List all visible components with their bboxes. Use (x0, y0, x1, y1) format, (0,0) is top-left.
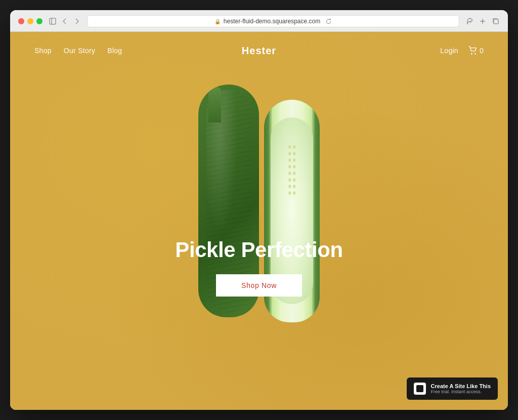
browser-actions (465, 17, 500, 25)
sidebar-toggle-icon[interactable] (49, 17, 57, 25)
browser-window: 🔒 hester-fluid-demo.squarespace.com (10, 10, 508, 410)
svg-point-6 (471, 53, 472, 55)
maximize-button[interactable] (36, 18, 42, 24)
back-icon[interactable] (61, 17, 69, 25)
svg-point-7 (474, 53, 476, 55)
badge-title: Create A Site Like This (431, 383, 491, 389)
new-tab-icon[interactable] (479, 17, 487, 25)
cart-link[interactable]: 0 (468, 46, 484, 55)
lock-icon: 🔒 (214, 19, 221, 24)
hero-content: Pickle Perfection Shop Now (133, 238, 385, 297)
brand-logo[interactable]: Hester (242, 45, 276, 56)
share-icon[interactable] (465, 17, 473, 25)
browser-controls (49, 17, 81, 25)
navigation: Shop Our Story Blog Hester Login 0 (10, 32, 508, 69)
duplicate-icon[interactable] (492, 17, 500, 25)
minimize-button[interactable] (27, 18, 33, 24)
squarespace-logo (414, 383, 426, 395)
shop-now-button[interactable]: Shop Now (216, 274, 302, 297)
nav-center: Hester (242, 45, 276, 57)
nav-left: Shop Our Story Blog (34, 47, 122, 55)
hero-title: Pickle Perfection (133, 238, 385, 262)
close-button[interactable] (18, 18, 24, 24)
cucumber-seeds (283, 145, 300, 195)
nav-shop-link[interactable]: Shop (34, 47, 52, 55)
svg-rect-5 (494, 19, 498, 24)
hero-image (178, 95, 340, 348)
traffic-lights (18, 18, 42, 24)
address-bar[interactable]: 🔒 hester-fluid-demo.squarespace.com (87, 15, 459, 27)
reload-icon[interactable] (325, 18, 332, 25)
forward-icon[interactable] (73, 17, 81, 25)
cart-icon (468, 46, 478, 55)
nav-ourstory-link[interactable]: Our Story (64, 47, 95, 55)
url-text: hester-fluid-demo.squarespace.com (224, 18, 320, 25)
badge-text: Create A Site Like This Free trial. Inst… (431, 383, 491, 394)
nav-right: Login 0 (440, 46, 484, 55)
badge-subtitle: Free trial. Instant access. (431, 389, 491, 394)
browser-chrome: 🔒 hester-fluid-demo.squarespace.com (10, 10, 508, 32)
svg-rect-0 (50, 18, 56, 24)
website-content: Shop Our Story Blog Hester Login 0 (10, 32, 508, 410)
cart-count: 0 (480, 47, 484, 55)
nav-login-link[interactable]: Login (440, 47, 458, 55)
nav-blog-link[interactable]: Blog (107, 47, 122, 55)
squarespace-badge[interactable]: Create A Site Like This Free trial. Inst… (407, 377, 498, 400)
